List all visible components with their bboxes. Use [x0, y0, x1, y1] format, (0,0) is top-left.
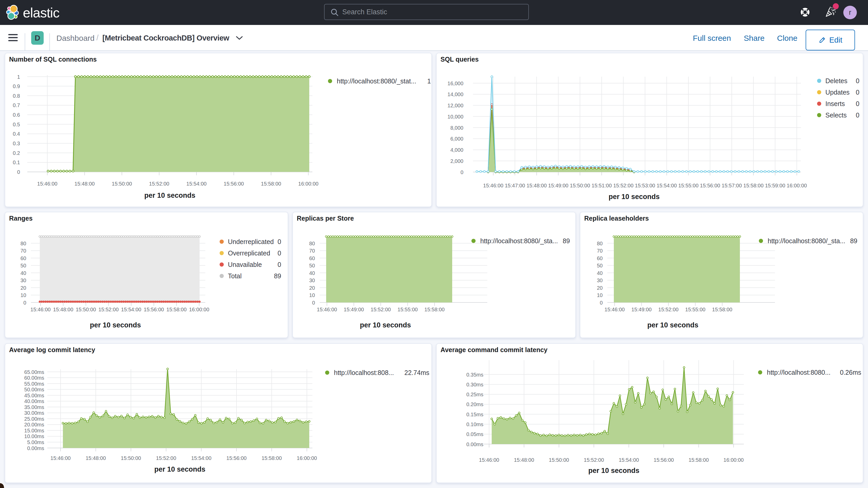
svg-text:89: 89 [563, 237, 570, 245]
svg-text:0.8: 0.8 [13, 93, 20, 99]
svg-text:15:49:00: 15:49:00 [548, 183, 568, 188]
svg-text:70: 70 [309, 248, 315, 254]
svg-text:15:58:00: 15:58:00 [688, 457, 709, 463]
svg-text:Unavailable: Unavailable [228, 261, 262, 268]
svg-text:15:54:00: 15:54:00 [191, 455, 212, 461]
svg-text:65.00ms: 65.00ms [24, 369, 44, 375]
svg-text:0.30ms: 0.30ms [466, 382, 484, 388]
svg-text:0.05ms: 0.05ms [466, 431, 484, 437]
svg-text:Inserts: Inserts [826, 100, 845, 107]
svg-text:15:58:00: 15:58:00 [743, 183, 764, 188]
svg-text:Average log commit latency: Average log commit latency [9, 346, 95, 354]
svg-text:15:51:00: 15:51:00 [591, 183, 612, 188]
svg-text:15:46:00: 15:46:00 [317, 307, 337, 312]
svg-text:15:46:00: 15:46:00 [479, 457, 499, 463]
svg-text:1: 1 [17, 74, 20, 80]
svg-text:10: 10 [597, 292, 603, 298]
svg-text:15:48:00: 15:48:00 [86, 455, 106, 461]
svg-text:0.4: 0.4 [13, 131, 20, 137]
svg-text:6,000: 6,000 [451, 136, 463, 142]
svg-text:Ranges: Ranges [9, 215, 32, 222]
svg-text:Average command commit latency: Average command commit latency [440, 346, 548, 354]
svg-text:40.00ms: 40.00ms [24, 398, 44, 404]
svg-text:Updates: Updates [826, 89, 849, 96]
svg-text:55.00ms: 55.00ms [24, 381, 44, 387]
svg-text:per 10 seconds: per 10 seconds [360, 321, 411, 329]
svg-text:50.00ms: 50.00ms [24, 387, 44, 392]
svg-text:0.26ms: 0.26ms [840, 369, 861, 376]
svg-text:0.9: 0.9 [13, 84, 20, 89]
svg-text:15:49:00: 15:49:00 [631, 307, 652, 312]
svg-text:10: 10 [309, 292, 315, 298]
svg-text:15:58:00: 15:58:00 [261, 181, 281, 187]
svg-text:0.3: 0.3 [13, 141, 20, 146]
svg-text:30.00ms: 30.00ms [24, 410, 44, 416]
svg-text:16:00:00: 16:00:00 [787, 183, 807, 188]
svg-text:Underreplicated: Underreplicated [228, 238, 274, 245]
svg-text:50: 50 [21, 263, 26, 268]
svg-text:15:52:00: 15:52:00 [156, 455, 176, 461]
svg-text:http://localhost:8080/_sta...: http://localhost:8080/_sta... [480, 237, 558, 245]
svg-text:22.74ms: 22.74ms [404, 369, 429, 376]
svg-text:35.00ms: 35.00ms [24, 404, 44, 410]
svg-text:15:58:00: 15:58:00 [712, 307, 732, 312]
svg-text:12,000: 12,000 [447, 103, 463, 109]
svg-text:70: 70 [597, 248, 603, 254]
svg-text:0: 0 [856, 112, 860, 119]
svg-text:0: 0 [856, 100, 860, 107]
svg-text:http://localhost:808...: http://localhost:808... [334, 369, 394, 376]
svg-text:15:48:00: 15:48:00 [527, 183, 547, 188]
svg-text:15:56:00: 15:56:00 [226, 455, 247, 461]
svg-text:Selects: Selects [826, 112, 847, 119]
svg-text:20: 20 [597, 285, 603, 291]
svg-text:40: 40 [597, 270, 603, 276]
svg-text:per 10 seconds: per 10 seconds [647, 321, 699, 329]
svg-text:30: 30 [21, 277, 26, 283]
svg-text:0: 0 [856, 89, 860, 96]
svg-text:16:00:00: 16:00:00 [298, 181, 319, 187]
svg-text:15:52:00: 15:52:00 [371, 307, 391, 312]
svg-text:15:46:00: 15:46:00 [604, 307, 625, 312]
svg-text:15:58:00: 15:58:00 [261, 455, 282, 461]
svg-text:Total: Total [228, 272, 242, 280]
svg-text:15:54:00: 15:54:00 [619, 457, 639, 463]
svg-text:10.00ms: 10.00ms [24, 433, 44, 439]
svg-text:80: 80 [309, 241, 315, 246]
svg-text:20: 20 [309, 285, 315, 291]
svg-text:80: 80 [21, 241, 26, 246]
svg-text:0.15ms: 0.15ms [466, 411, 484, 417]
svg-text:15:46:00: 15:46:00 [30, 307, 51, 312]
svg-text:15:50:00: 15:50:00 [549, 457, 569, 463]
svg-text:per 10 seconds: per 10 seconds [609, 193, 660, 201]
svg-text:0.1: 0.1 [13, 159, 20, 165]
svg-text:40: 40 [21, 270, 26, 276]
svg-text:15:49:00: 15:49:00 [344, 307, 364, 312]
svg-text:15:50:00: 15:50:00 [112, 181, 132, 187]
svg-text:89: 89 [850, 237, 857, 245]
svg-text:20.00ms: 20.00ms [24, 422, 44, 427]
svg-text:0: 0 [278, 238, 281, 245]
svg-text:15.00ms: 15.00ms [24, 428, 44, 433]
svg-text:0.00ms: 0.00ms [27, 446, 44, 451]
svg-text:50: 50 [597, 263, 603, 268]
svg-text:Overreplicated: Overreplicated [228, 249, 270, 257]
svg-text:15:46:00: 15:46:00 [483, 183, 503, 188]
svg-text:15:54:00: 15:54:00 [656, 183, 677, 188]
svg-text:per 10 seconds: per 10 seconds [90, 321, 141, 329]
svg-text:14,000: 14,000 [447, 91, 463, 97]
svg-text:15:46:00: 15:46:00 [37, 181, 57, 187]
svg-text:15:48:00: 15:48:00 [53, 307, 73, 312]
svg-text:15:56:00: 15:56:00 [654, 457, 674, 463]
svg-text:0: 0 [312, 300, 315, 306]
svg-text:Number of SQL connections: Number of SQL connections [9, 56, 97, 63]
svg-text:15:56:00: 15:56:00 [224, 181, 244, 187]
svg-text:0.2: 0.2 [13, 150, 20, 156]
svg-text:http://localhost:8080/_stat...: http://localhost:8080/_stat... [337, 78, 416, 85]
svg-text:15:48:00: 15:48:00 [74, 181, 95, 187]
svg-text:15:55:00: 15:55:00 [398, 307, 418, 312]
svg-text:15:50:00: 15:50:00 [75, 307, 96, 312]
svg-text:0.10ms: 0.10ms [466, 422, 484, 427]
svg-text:http://localhost:8080/_sta...: http://localhost:8080/_sta... [768, 237, 845, 245]
svg-text:15:59:00: 15:59:00 [765, 183, 785, 188]
svg-text:15:46:00: 15:46:00 [51, 455, 71, 461]
